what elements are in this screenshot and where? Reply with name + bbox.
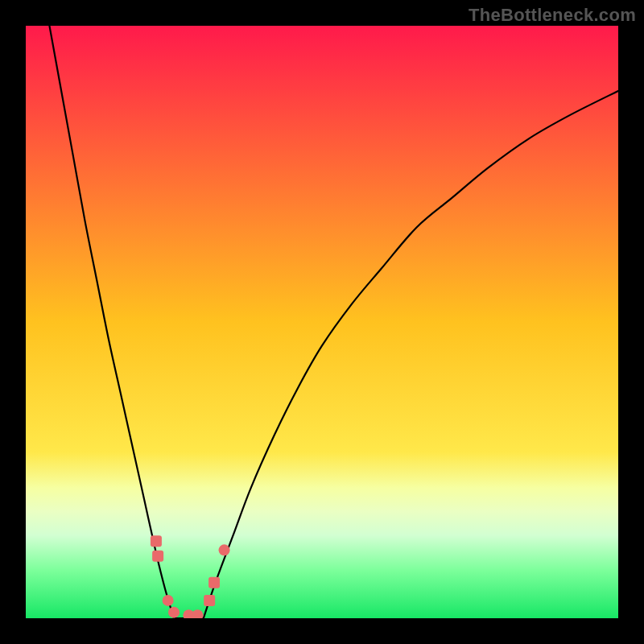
chart-frame: TheBottleneck.com [0, 0, 644, 644]
plot-area [26, 26, 618, 618]
series-left-branch [49, 26, 174, 618]
data-marker [219, 544, 230, 555]
curve-layer [26, 26, 618, 618]
data-marker [192, 609, 203, 618]
watermark-text: TheBottleneck.com [469, 5, 636, 26]
data-marker [151, 535, 162, 547]
data-marker [163, 595, 174, 606]
data-marker [208, 577, 220, 588]
data-marker [168, 607, 180, 618]
data-marker [204, 595, 215, 606]
series-right-branch [204, 91, 618, 618]
data-marker [152, 551, 163, 562]
